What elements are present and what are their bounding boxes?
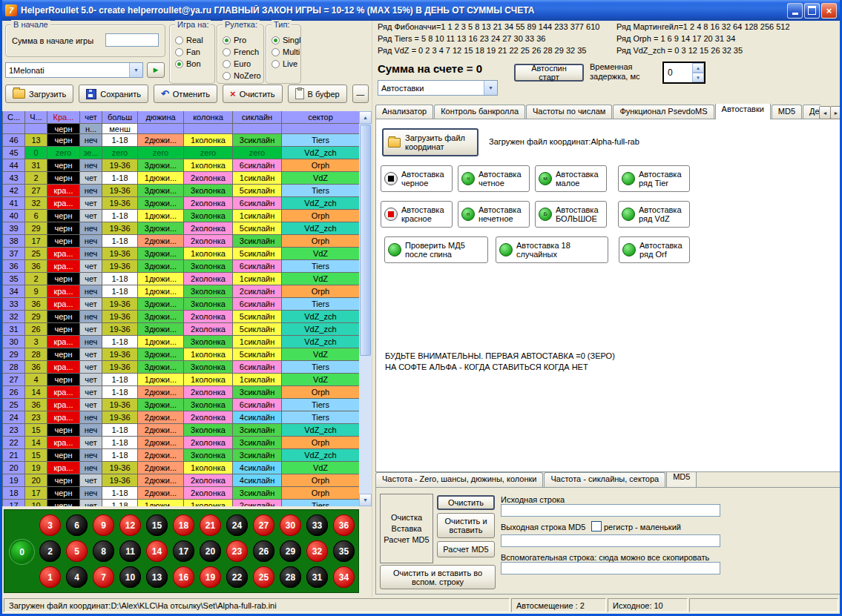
header-2[interactable]: Кра... [47, 111, 80, 124]
maximize-button[interactable] [804, 3, 820, 19]
table-row[interactable]: 2214кра...чет1-182дюжи...2колонка3сиклай… [3, 437, 359, 449]
tab-частота-сиклайны-сектора[interactable]: Частота - сиклайны, сектора [544, 472, 665, 487]
board-number-33[interactable]: 33 [306, 514, 328, 536]
table-row[interactable]: 1920чернчет19-362дюжи...2колонка4сиклайн… [3, 474, 359, 487]
collapse-button[interactable]: — [352, 85, 369, 103]
tab-scroll-right-icon[interactable]: ► [830, 106, 842, 119]
table-row[interactable]: 1817черннеч1-182дюжи...2колонка3сиклайнO… [3, 487, 359, 500]
table-row[interactable]: 4431черннеч19-363дюжи...1колонка6сиклайн… [3, 159, 359, 172]
md5-calc-button[interactable]: Расчет MD5 [437, 541, 495, 557]
table-row[interactable]: 1710чернчет1-181дюжи...1колонка2сиклайнT… [3, 500, 359, 506]
radio-live[interactable]: Live [266, 58, 300, 70]
board-number-6[interactable]: 6 [66, 514, 88, 536]
copy-buffer-button[interactable]: В буфер [288, 85, 347, 103]
table-row[interactable]: 3725кра...неч19-363дюжи...1колонка5сикла… [3, 248, 359, 260]
radio-multi[interactable]: Multi [266, 46, 300, 58]
profile-combo[interactable]: 1Melonati ▼ [5, 62, 143, 78]
board-number-2[interactable]: 2 [39, 540, 61, 562]
board-number-32[interactable]: 32 [306, 540, 328, 562]
play-button[interactable]: ► [147, 62, 165, 78]
table-row[interactable]: 3636кра...чет19-363дюжи...3колонка6сикла… [3, 260, 359, 273]
aux-string-input[interactable] [501, 562, 720, 574]
header-0[interactable]: С... [3, 111, 25, 124]
radio-nozero[interactable]: NoZero [217, 70, 263, 82]
bet-button-автоставка-красное[interactable]: Автоставка красное [381, 201, 453, 228]
scroll-track[interactable] [359, 357, 372, 494]
scroll-up-icon[interactable]: ▲ [359, 111, 372, 124]
table-row[interactable]: 3229черннеч19-363дюжи...2колонка5сиклайн… [3, 311, 359, 323]
table-row[interactable]: 406чернчет1-181дюжи...3колонка1сиклайнOr… [3, 210, 359, 222]
close-button[interactable]: × [821, 3, 837, 19]
scroll-thumb[interactable] [360, 125, 371, 356]
board-number-9[interactable]: 9 [93, 514, 114, 536]
chevron-down-icon[interactable]: ▼ [484, 81, 497, 95]
radio-pro[interactable]: Pro [217, 34, 263, 46]
board-number-26[interactable]: 26 [253, 540, 274, 562]
bet-button-автоставка-большое[interactable]: БАвтоставка БОЛЬШОЕ [535, 201, 607, 228]
header-4[interactable]: больш [102, 111, 138, 124]
bet-button-автоставка-нечетное[interactable]: нАвтоставка нечетное [458, 201, 530, 228]
md5-clear-button[interactable]: Очистить [437, 495, 495, 510]
header-7[interactable]: сиклайн [233, 111, 282, 124]
board-number-8[interactable]: 8 [93, 540, 114, 562]
minimize-button[interactable] [787, 3, 803, 19]
board-number-4[interactable]: 4 [66, 566, 88, 588]
board-number-16[interactable]: 16 [173, 566, 194, 588]
md5-clear-paste-button[interactable]: Очистить и вставить [437, 513, 495, 538]
register-checkbox[interactable] [591, 521, 602, 531]
tab-контроль-банкролла[interactable]: Контроль банкролла [434, 105, 525, 119]
save-button[interactable]: Сохранить [79, 85, 148, 103]
delay-spinner[interactable]: 0 ▲ ▼ [662, 62, 705, 84]
bet-button-автоставка-ряд-vdz[interactable]: Автоставка ряд VdZ [618, 201, 690, 228]
autospin-button[interactable]: Автоспин старт [514, 64, 584, 82]
table-row[interactable]: 349кра...неч1-181дюжи...3колонка2сиклайн… [3, 285, 359, 298]
table-row[interactable]: 274чернчет1-181дюжи...1колонка1сиклайнVd… [3, 374, 359, 386]
board-number-25[interactable]: 25 [253, 566, 274, 588]
table-row[interactable]: 2836кра...чет19-363дюжи...3колонка6сикла… [3, 361, 359, 374]
board-number-28[interactable]: 28 [280, 566, 301, 588]
board-number-24[interactable]: 24 [226, 514, 248, 536]
table-row[interactable]: 432чернчет1-181дюжи...2колонка1сиклайнVd… [3, 172, 359, 185]
load-coords-button[interactable]: Загрузить файл координат [382, 128, 478, 156]
header-6[interactable]: колонка [184, 111, 233, 124]
tab-функционал-psevdoms[interactable]: Функционал PsevdoMS [613, 105, 714, 119]
board-number-20[interactable]: 20 [200, 540, 221, 562]
board-number-7[interactable]: 7 [93, 566, 114, 588]
table-row[interactable]: 352чернчет1-181дюжи...2колонка1сиклайнVd… [3, 273, 359, 285]
chevron-down-icon[interactable]: ▼ [129, 63, 142, 77]
bet-button-автоставка-18-случайных[interactable]: Автоставка 18 случайных [496, 236, 608, 263]
table-row[interactable]: 450zeroзе...zerozerozerozeroVdZ_zch [3, 147, 359, 159]
autobets-combo[interactable]: Автоставки ▼ [378, 80, 498, 96]
radio-real[interactable]: Real [170, 34, 214, 46]
board-number-35[interactable]: 35 [333, 540, 355, 562]
bet-button-автоставка-малое[interactable]: мАвтоставка малое [535, 165, 607, 192]
tab-автоставки[interactable]: Автоставки [715, 104, 771, 119]
board-number-1[interactable]: 1 [39, 566, 61, 588]
board-number-13[interactable]: 13 [146, 566, 168, 588]
tab-md5[interactable]: MD5 [666, 472, 697, 487]
board-number-18[interactable]: 18 [173, 514, 194, 536]
md5-actions-box[interactable]: Очистка Вставка Расчет MD5 [380, 494, 433, 563]
radio-french[interactable]: French [217, 46, 263, 58]
bet-button-автоставка-ряд-tier[interactable]: Автоставка ряд Tier [618, 165, 690, 192]
tab-делени[interactable]: Делени [803, 105, 820, 119]
board-number-23[interactable]: 23 [226, 540, 248, 562]
board-number-31[interactable]: 31 [306, 566, 328, 588]
table-row[interactable]: 2928чернчет19-363дюжи...1колонка5сиклайн… [3, 348, 359, 361]
board-number-12[interactable]: 12 [119, 514, 141, 536]
board-number-36[interactable]: 36 [333, 514, 355, 536]
table-row[interactable]: 2536кра...чет19-363дюжи...3колонка6сикла… [3, 399, 359, 411]
header-1[interactable]: Ч... [25, 111, 47, 124]
table-row[interactable]: 3929черннеч19-363дюжи...2колонка5сиклайн… [3, 222, 359, 235]
undo-button[interactable]: ↶ Отменить [154, 85, 217, 103]
tab-частоты-по-числам[interactable]: Частоты по числам [526, 105, 612, 119]
tab-анализатор[interactable]: Анализатор [375, 105, 433, 119]
source-string-input[interactable] [501, 504, 720, 517]
table-row[interactable]: 4227кра...неч19-363дюжи...3колонка5сикла… [3, 185, 359, 197]
output-string-input[interactable] [501, 534, 720, 547]
board-number-15[interactable]: 15 [146, 514, 168, 536]
start-sum-input[interactable] [105, 33, 159, 47]
board-number-21[interactable]: 21 [200, 514, 221, 536]
tab-md5[interactable]: MD5 [772, 105, 802, 119]
table-row[interactable]: 2423кра...неч19-362дюжи...2колонка4сикла… [3, 411, 359, 424]
